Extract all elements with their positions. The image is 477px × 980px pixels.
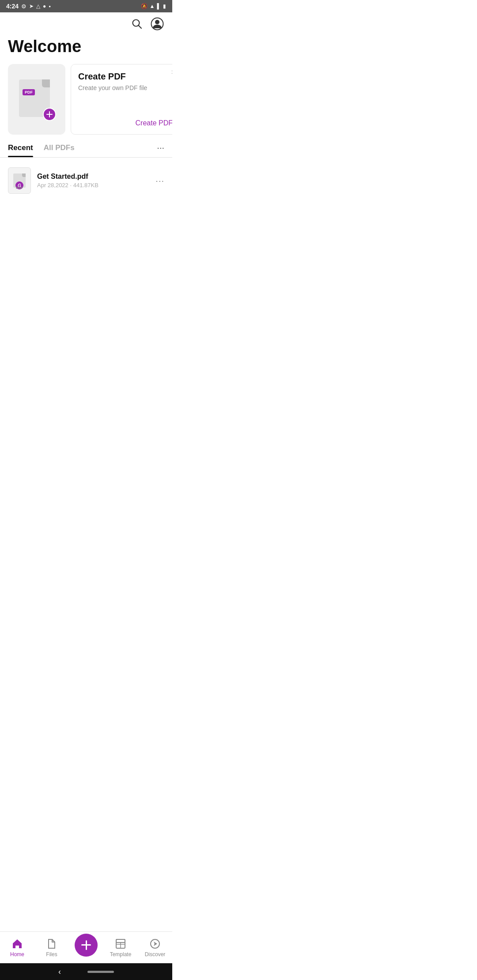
settings-icon: ⚙: [21, 3, 26, 10]
popup-description: Create your own PDF file: [78, 84, 172, 116]
status-time: 4:24: [6, 3, 19, 10]
file-icon-wrap: G PDF: [8, 167, 31, 194]
file-meta-sep: ·: [70, 182, 72, 188]
plus-circle-icon: [43, 108, 56, 121]
svg-line-1: [139, 26, 142, 29]
create-pdf-card[interactable]: PDF: [8, 64, 65, 135]
pdf-badge: PDF: [23, 89, 35, 95]
table-row[interactable]: G PDF Get Started.pdf Apr 28,2022 · 441.…: [8, 162, 164, 199]
svg-point-3: [155, 20, 159, 24]
dot-icon: ●: [49, 4, 51, 8]
status-bar: 4:24 ⚙ ➤ △ ● ● 🔕 ▲ ▌ ▮: [0, 0, 172, 12]
file-date: Apr 28,2022: [37, 182, 68, 188]
bell-off-icon: 🔕: [141, 3, 148, 9]
file-info: Get Started.pdf Apr 28,2022 · 441.87KB: [37, 173, 149, 188]
tabs-area: Recent All PDFs ···: [0, 135, 172, 158]
whatsapp-icon: ●: [43, 3, 46, 9]
wifi-icon: ▲: [150, 3, 155, 9]
battery-icon: ▮: [163, 3, 166, 9]
popup-action-button[interactable]: Create PDF: [78, 119, 172, 127]
header-bar: [0, 12, 172, 35]
file-list: G PDF Get Started.pdf Apr 28,2022 · 441.…: [0, 158, 172, 204]
carousel-area: PDF × Create PDF Create your own PDF fil…: [0, 64, 172, 135]
tab-all-pdfs[interactable]: All PDFs: [44, 143, 75, 157]
pdf-create-icon: PDF: [19, 79, 54, 119]
file-meta: Apr 28,2022 · 441.87KB: [37, 182, 149, 188]
profile-button[interactable]: [150, 17, 164, 31]
file-size: 441.87KB: [73, 182, 98, 188]
file-name: Get Started.pdf: [37, 173, 149, 181]
popup-close-button[interactable]: ×: [171, 69, 172, 76]
create-pdf-popup: × Create PDF Create your own PDF file Cr…: [71, 64, 172, 135]
tabs-more-button[interactable]: ···: [157, 143, 164, 157]
file-more-button[interactable]: ···: [155, 176, 164, 186]
send-icon: ➤: [29, 3, 34, 9]
search-button[interactable]: [130, 17, 144, 31]
file-type-label: PDF: [16, 186, 23, 190]
send-outline-icon: △: [36, 3, 40, 9]
signal-icon: ▌: [157, 3, 161, 9]
popup-title: Create PDF: [78, 72, 172, 82]
tab-recent[interactable]: Recent: [8, 143, 33, 157]
page-title: Welcome: [0, 35, 172, 64]
